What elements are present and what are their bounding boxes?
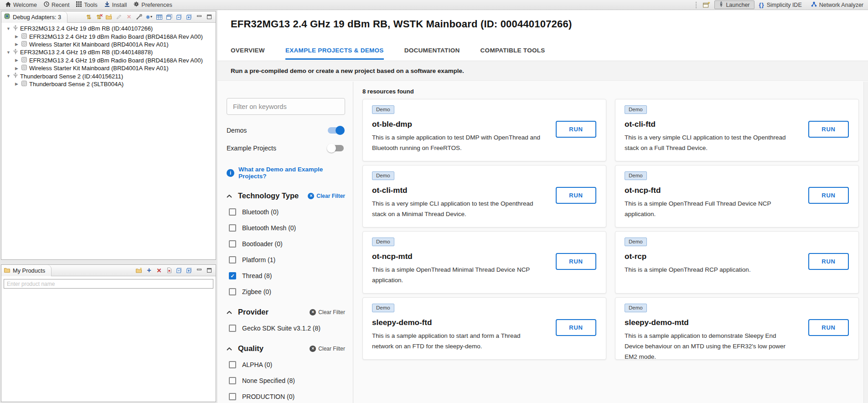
vertical-scrollbar[interactable]	[863, 82, 868, 403]
delete-icon[interactable]: ✕	[126, 14, 132, 20]
product-name-input[interactable]	[4, 279, 213, 289]
expander-icon[interactable]	[6, 74, 11, 78]
filter-section-provider[interactable]: Provider ✕Clear Filter	[227, 308, 345, 316]
checkbox-icon[interactable]	[229, 288, 236, 295]
filter-checkbox-gecko-sdk[interactable]: Gecko SDK Suite v3.1.2 (8)	[227, 324, 345, 332]
checkbox-icon[interactable]	[229, 256, 236, 264]
open-perspective-button[interactable]	[702, 1, 712, 8]
checkbox-icon[interactable]	[229, 224, 236, 232]
expander-icon[interactable]	[6, 50, 11, 55]
filter-checkbox-thread[interactable]: Thread (8)	[227, 272, 345, 280]
device-tools-icon[interactable]	[136, 14, 142, 20]
expander-icon[interactable]	[14, 58, 19, 62]
clear-filter-button[interactable]: ✕Clear Filter	[310, 346, 345, 352]
run-button[interactable]: RUN	[556, 187, 596, 204]
expander-icon[interactable]	[14, 66, 19, 71]
filter-checkbox-platform[interactable]: Platform (1)	[227, 256, 345, 264]
settings-icon[interactable]: ▾	[146, 14, 152, 20]
menu-tools[interactable]: Tools	[74, 0, 102, 10]
perspective-launcher[interactable]: Launcher	[714, 0, 754, 9]
tab-overview[interactable]: OVERVIEW	[231, 47, 265, 60]
filter-checkbox-bluetooth-mesh[interactable]: Bluetooth Mesh (0)	[227, 224, 345, 232]
run-button[interactable]: RUN	[808, 319, 849, 336]
filter-checkbox-bootloader[interactable]: Bootloader (0)	[227, 240, 345, 248]
maximize-icon[interactable]	[206, 267, 212, 274]
clear-filter-button[interactable]: ✕Clear Filter	[308, 193, 345, 199]
info-icon: i	[227, 169, 234, 177]
circle-x-icon: ✕	[308, 193, 314, 199]
filter-checkbox-zigbee[interactable]: Zigbee (0)	[227, 288, 345, 296]
toggle-example-projects[interactable]: Example Projects	[227, 145, 345, 152]
checkbox-icon[interactable]	[229, 325, 236, 332]
connect-icon[interactable]: ⇅	[86, 14, 92, 20]
filter-section-quality[interactable]: Quality ✕Clear Filter	[227, 344, 345, 353]
filter-section-technology-type[interactable]: Technology Type ✕Clear Filter	[227, 191, 345, 200]
expand-all-icon[interactable]	[186, 267, 192, 274]
clear-filter-button[interactable]: ✕Clear Filter	[310, 309, 345, 315]
my-products-tab[interactable]: My Products	[1, 265, 52, 276]
toggle-demos[interactable]: Demos	[227, 127, 345, 134]
filter-checkbox-bluetooth[interactable]: Bluetooth (0)	[227, 208, 345, 216]
tree-item-board[interactable]: Wireless Starter Kit Mainboard (BRD4001A…	[3, 64, 216, 72]
tab-example-projects-demos[interactable]: EXAMPLE PROJECTS & DEMOS	[285, 47, 384, 60]
minimize-icon[interactable]	[196, 267, 202, 274]
expand-all-icon[interactable]	[186, 14, 192, 20]
run-button[interactable]: RUN	[808, 253, 849, 270]
expander-icon[interactable]	[14, 34, 19, 39]
disconnect-icon[interactable]: ⇅✕	[96, 14, 102, 20]
filter-checkbox-production[interactable]: PRODUCTION (0)	[227, 393, 345, 401]
run-button[interactable]: RUN	[808, 187, 849, 204]
minimize-icon[interactable]	[196, 14, 202, 20]
tree-item-board[interactable]: EFR32MG13 2.4 GHz 19 dBm Radio Board (BR…	[3, 32, 216, 40]
new-folder-icon[interactable]	[136, 267, 142, 274]
checkbox-icon[interactable]	[229, 393, 236, 400]
info-link[interactable]: i What are Demo and Example Projects?	[227, 166, 345, 180]
perspective-network-analyzer[interactable]: Network Analyzer	[806, 0, 868, 9]
checkbox-icon[interactable]	[229, 208, 236, 216]
filter-checkbox-none-specified[interactable]: None Specified (8)	[227, 377, 345, 385]
checkbox-icon[interactable]	[229, 361, 236, 368]
run-button[interactable]: RUN	[556, 121, 596, 138]
toggle-switch-icon[interactable]	[328, 127, 344, 134]
maximize-icon[interactable]	[206, 14, 212, 20]
debug-adapters-tab[interactable]: Debug Adapters: 3	[1, 11, 67, 23]
tree-item-board[interactable]: Thunderboard Sense 2 (SLTB004A)	[3, 80, 216, 88]
expander-icon[interactable]	[14, 82, 19, 86]
card-description: This is a simple OpenThread Minimal Thre…	[372, 264, 542, 285]
expander-icon[interactable]	[6, 26, 11, 31]
checkbox-icon[interactable]	[229, 377, 236, 384]
view-table-icon[interactable]	[156, 14, 162, 20]
example-card: Demo ot-cli-mtd This is a very simple CL…	[362, 165, 606, 227]
network-icon	[811, 1, 817, 8]
toggle-switch-icon[interactable]	[328, 145, 344, 151]
tree-item-board[interactable]: EFR32MG13 2.4 GHz 19 dBm Radio Board (BR…	[3, 57, 216, 64]
tab-documentation[interactable]: DOCUMENTATION	[404, 47, 460, 60]
new-group-icon[interactable]	[106, 14, 112, 20]
tree-item-kit[interactable]: EFR32MG13 2.4 GHz 19 dBm RB (ID:44010726…	[3, 25, 216, 32]
tree-item-kit[interactable]: Thunderboard Sense 2 (ID:440156211)	[3, 72, 216, 80]
expander-icon[interactable]	[14, 42, 19, 46]
add-product-icon[interactable]: +	[146, 267, 152, 274]
menu-install[interactable]: Install	[103, 0, 132, 10]
run-button[interactable]: RUN	[556, 253, 596, 270]
tree-item-board[interactable]: Wireless Starter Kit Mainboard (BRD4001A…	[3, 41, 216, 48]
rename-icon[interactable]	[116, 14, 122, 20]
perspective-simplicity-ide[interactable]: {} Simplicity IDE	[754, 0, 806, 9]
run-button[interactable]: RUN	[808, 121, 849, 138]
filter-checkbox-alpha[interactable]: ALPHA (0)	[227, 361, 345, 369]
menu-preferences[interactable]: Preferences	[132, 0, 177, 10]
delete-product-icon[interactable]: ✕	[156, 267, 162, 274]
remove-file-icon[interactable]	[166, 267, 172, 274]
keyword-filter-input[interactable]	[227, 98, 345, 115]
copy-view-icon[interactable]	[166, 14, 172, 20]
checkbox-checked-icon[interactable]	[229, 272, 236, 279]
collapse-all-icon[interactable]	[176, 14, 182, 20]
menu-welcome[interactable]: Welcome	[4, 0, 42, 10]
tree-item-kit[interactable]: EFR32MG13 2.4 GHz 19 dBm RB (ID:44014887…	[3, 48, 216, 56]
filter-sidebar: Demos Example Projects i What are Demo a…	[217, 82, 353, 403]
tab-compatible-tools[interactable]: COMPATIBLE TOOLS	[480, 47, 545, 60]
collapse-all-icon[interactable]	[176, 267, 182, 274]
run-button[interactable]: RUN	[556, 319, 596, 336]
menu-recent[interactable]: Recent	[42, 0, 75, 10]
checkbox-icon[interactable]	[229, 240, 236, 248]
